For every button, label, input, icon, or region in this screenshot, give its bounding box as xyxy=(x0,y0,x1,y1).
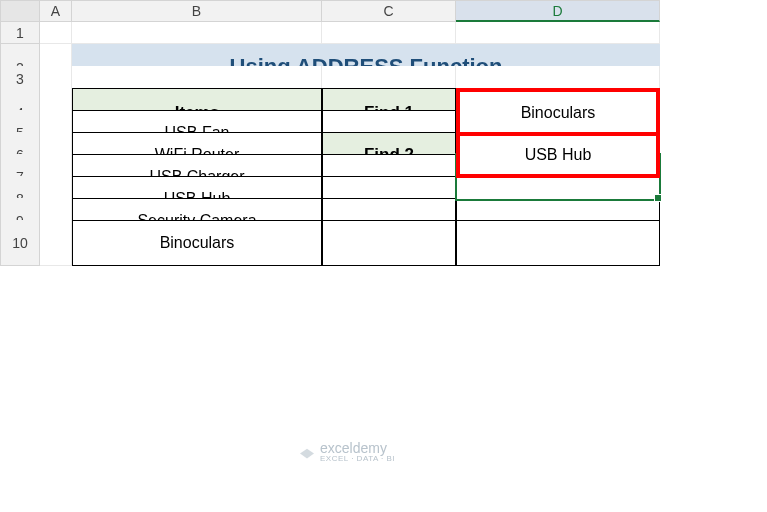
watermark-text: exceldemy xyxy=(320,440,387,456)
watermark-icon xyxy=(300,445,314,459)
col-header-D[interactable]: D xyxy=(456,0,660,22)
col-header-A[interactable]: A xyxy=(40,0,72,22)
row-header-1[interactable]: 1 xyxy=(0,22,40,44)
find1-value[interactable]: Binoculars xyxy=(456,88,660,138)
col-header-C[interactable]: C xyxy=(322,0,456,22)
cell-C10[interactable] xyxy=(322,220,456,266)
select-all-corner[interactable] xyxy=(0,0,40,22)
cell-A10[interactable] xyxy=(40,220,72,266)
cell-B1[interactable] xyxy=(72,22,322,44)
cell-D1[interactable] xyxy=(456,22,660,44)
find2-value[interactable]: USB Hub xyxy=(456,132,660,178)
cell-D10[interactable] xyxy=(456,220,660,266)
col-header-B[interactable]: B xyxy=(72,0,322,22)
spreadsheet-grid: A B C D 1 2 Using ADDRESS Function 3 4 I… xyxy=(0,0,767,242)
item-row[interactable]: Binoculars xyxy=(72,220,322,266)
cell-A1[interactable] xyxy=(40,22,72,44)
cell-C1[interactable] xyxy=(322,22,456,44)
watermark: exceldemy EXCEL · DATA · BI xyxy=(300,440,395,463)
watermark-subtext: EXCEL · DATA · BI xyxy=(320,454,395,463)
row-header-10[interactable]: 10 xyxy=(0,220,40,266)
